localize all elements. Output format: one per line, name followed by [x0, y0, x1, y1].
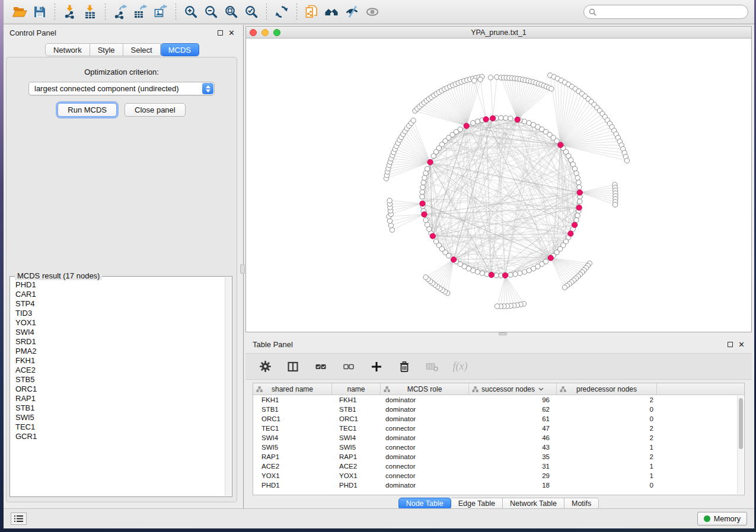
cell-MCDS-role[interactable]: dominator — [381, 433, 469, 443]
cell-MCDS-role[interactable]: dominator — [381, 414, 469, 424]
graph-node[interactable] — [494, 273, 499, 278]
cell-successor-nodes[interactable]: 61 — [469, 414, 557, 424]
graph-mcds-hub-node[interactable] — [428, 159, 433, 165]
column-header-shared-name[interactable]: shared name — [253, 383, 332, 395]
export-network-button[interactable] — [110, 2, 130, 21]
close-panel-icon[interactable]: ✕ — [228, 30, 235, 36]
graph-node[interactable] — [475, 270, 480, 274]
graph-node[interactable] — [503, 116, 508, 120]
graph-leaf-node[interactable] — [411, 118, 416, 123]
cell-name[interactable]: ACE2 — [332, 462, 381, 471]
graph-node[interactable] — [578, 199, 582, 204]
tab-mcds[interactable]: MCDS — [161, 43, 199, 56]
mcds-result-item[interactable]: TEC1 — [15, 422, 225, 432]
mcds-result-item[interactable]: ORC1 — [15, 384, 225, 394]
graph-node[interactable] — [574, 217, 579, 222]
graph-leaf-node[interactable] — [388, 223, 393, 227]
zoom-out-button[interactable] — [201, 2, 221, 21]
cell-successor-nodes[interactable]: 96 — [469, 395, 557, 405]
column-header-predecessor-nodes[interactable]: predecessor nodes — [557, 383, 657, 395]
cell-name[interactable]: FKH1 — [332, 395, 381, 405]
graph-leaf-node[interactable] — [613, 202, 617, 207]
graph-node[interactable] — [527, 268, 531, 273]
graph-mcds-hub-node[interactable] — [568, 231, 573, 236]
cell-name[interactable]: STB1 — [332, 405, 381, 414]
graph-mcds-hub-node[interactable] — [451, 257, 456, 262]
zoom-selected-button[interactable] — [241, 2, 261, 21]
mcds-result-item[interactable]: ACE2 — [15, 366, 225, 375]
eye-button[interactable] — [362, 2, 382, 21]
graph-node[interactable] — [423, 217, 428, 222]
binoculars-button[interactable] — [322, 2, 342, 21]
graph-node[interactable] — [425, 166, 429, 171]
graph-leaf-node[interactable] — [488, 75, 493, 80]
graph-leaf-node[interactable] — [562, 285, 567, 290]
share-document-button[interactable] — [302, 2, 322, 21]
graph-node[interactable] — [458, 127, 462, 132]
graph-mcds-hub-node[interactable] — [490, 116, 496, 121]
table-settings-button[interactable] — [257, 359, 273, 374]
cell-predecessor-nodes[interactable]: 0 — [557, 480, 657, 490]
split-panel-button[interactable] — [285, 359, 301, 374]
graph-node[interactable] — [576, 180, 581, 185]
cell-successor-nodes[interactable]: 47 — [469, 424, 557, 433]
cell-MCDS-role[interactable]: connector — [381, 471, 469, 480]
add-column-button[interactable] — [369, 359, 384, 374]
cell-successor-nodes[interactable]: 29 — [469, 471, 557, 480]
cell-predecessor-nodes[interactable]: 1 — [557, 471, 657, 480]
graph-leaf-node[interactable] — [387, 198, 392, 203]
network-search-field[interactable] — [583, 5, 748, 19]
graph-node[interactable] — [420, 194, 425, 199]
close-table-panel-icon[interactable]: ✕ — [738, 342, 745, 347]
mcds-result-item[interactable]: SWI5 — [15, 413, 225, 422]
memory-button[interactable]: Memory — [697, 512, 747, 525]
graph-node[interactable] — [518, 271, 522, 275]
table-row[interactable]: STB1STB1dominator620 — [253, 405, 744, 414]
graph-mcds-hub-node[interactable] — [502, 273, 508, 278]
table-row[interactable]: YOX1YOX1connector291 — [253, 471, 744, 480]
graph-mcds-hub-node[interactable] — [515, 117, 520, 122]
table-row[interactable]: RAP1RAP1dominator352 — [253, 452, 744, 462]
graph-node[interactable] — [577, 185, 582, 190]
export-table-button[interactable] — [130, 2, 151, 21]
graph-leaf-node[interactable] — [478, 77, 483, 82]
mcds-result-item[interactable]: YOX1 — [15, 318, 225, 328]
hidden-eye-button[interactable] — [342, 2, 362, 21]
vertical-splitter[interactable] — [240, 25, 245, 508]
table-row[interactable]: SWI4SWI4dominator462 — [253, 433, 744, 443]
cell-successor-nodes[interactable]: 46 — [469, 433, 557, 443]
cell-predecessor-nodes[interactable]: 2 — [557, 424, 657, 433]
cell-successor-nodes[interactable]: 18 — [469, 480, 557, 490]
cell-MCDS-role[interactable]: connector — [381, 462, 469, 471]
delete-table-button[interactable] — [425, 359, 440, 374]
save-session-button[interactable] — [30, 2, 50, 21]
tab-style[interactable]: Style — [90, 43, 123, 56]
table-row[interactable]: FKH1FKH1dominator962 — [253, 395, 744, 405]
mcds-result-item[interactable]: SRD1 — [15, 337, 225, 347]
import-network-button[interactable] — [60, 2, 80, 21]
network-graph[interactable] — [246, 39, 751, 332]
graph-node[interactable] — [499, 116, 503, 120]
graph-mcds-hub-node[interactable] — [464, 123, 469, 129]
cell-predecessor-nodes[interactable]: 1 — [557, 462, 657, 471]
cell-name[interactable]: PHD1 — [332, 480, 381, 490]
run-mcds-button[interactable]: Run MCDS — [58, 103, 117, 117]
mcds-result-item[interactable]: PMA2 — [15, 347, 225, 356]
graph-node[interactable] — [425, 222, 429, 227]
tab-select[interactable]: Select — [123, 43, 161, 56]
cell-shared-name[interactable]: PHD1 — [253, 480, 332, 490]
mcds-result-item[interactable]: CAR1 — [15, 290, 225, 299]
graph-mcds-hub-node[interactable] — [489, 272, 494, 277]
optimization-criterion-dropdown[interactable]: largest connected component (undirected) — [28, 82, 215, 95]
tab-node-table[interactable]: Node Table — [398, 498, 451, 509]
graph-node[interactable] — [480, 271, 484, 275]
mcds-result-item[interactable]: STP4 — [15, 299, 225, 309]
open-file-button[interactable] — [9, 2, 30, 21]
cell-shared-name[interactable]: ORC1 — [253, 414, 332, 424]
table-row[interactable]: ACE2ACE2connector311 — [253, 462, 744, 471]
graph-mcds-hub-node[interactable] — [483, 117, 489, 122]
table-scrollbar-thumb[interactable] — [739, 398, 743, 449]
cell-shared-name[interactable]: ACE2 — [253, 462, 332, 471]
graph-node[interactable] — [508, 116, 513, 121]
graph-node[interactable] — [522, 270, 527, 274]
